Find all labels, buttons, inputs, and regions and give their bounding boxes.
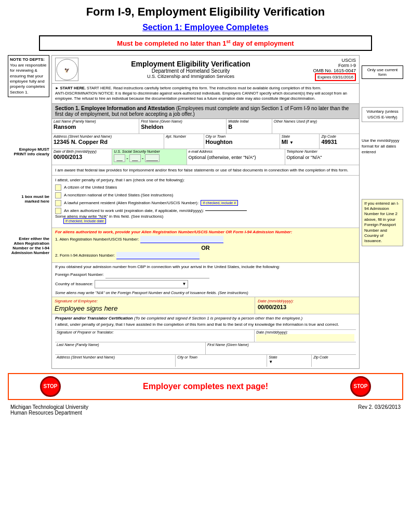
country-row: Country of Issuance: ▼ (55, 280, 356, 288)
form-number: Form I-9 (299, 63, 356, 68)
must-complete-text: Must be completed no later than 1 (117, 39, 226, 47)
apt-label: Apt. Number (166, 135, 202, 138)
dob-ssn-row: Date of Birth (mm/dd/yyyy) 00/00/2013 U.… (52, 149, 359, 165)
attestation-text: I am aware that federal law provides for… (52, 165, 359, 176)
sig-employee-field: Signature of Employee: Employee signs he… (52, 297, 255, 314)
alien-reg-section: For aliens authorized to work, provide y… (52, 228, 359, 263)
left-annotations: NOTE TO DEPTS: You are responsible for r… (8, 55, 49, 369)
checkbox-lpr[interactable] (55, 200, 61, 206)
prep-address-value[interactable] (57, 359, 174, 366)
phone-label: Telephone Number (287, 150, 357, 153)
phone-field: Telephone Number Optional or "N/A" (285, 149, 359, 165)
right-annotations: Only use current form Voluntary (unless … (362, 55, 403, 369)
phone-value: Optional or "N/A" (287, 153, 357, 160)
prep-state-field: State ▼ (267, 355, 312, 367)
section1-header: Section 1. Employee Information and Atte… (52, 104, 359, 119)
email-label: e-mail Address (189, 150, 283, 153)
checkbox-citizen[interactable] (55, 184, 61, 191)
address-value: 12345 N. Copper Rd (54, 138, 162, 145)
uscis-logo: 🦅 (55, 58, 78, 81)
notice-text: ► START HERE. START HERE. Read instructi… (52, 84, 359, 103)
checkbox-row-1: A citizen of the United States (55, 184, 356, 191)
preparer-attest: I attest, under penalty of perjury, that… (55, 322, 356, 327)
prep-zip-label: Zip Code (313, 355, 354, 359)
svg-text:🦅: 🦅 (64, 68, 70, 73)
checkbox-lpr-label: A lawful permanent resident (Alien Regis… (64, 201, 198, 205)
ssn-field: U.S. Social Security Number __ - __ - __… (112, 149, 187, 165)
state-value: MI ▼ (282, 138, 318, 145)
city-label: City or Town (206, 135, 278, 138)
expiration-date-blank[interactable] (205, 210, 247, 211)
prep-last-name-value[interactable] (57, 347, 204, 354)
prep-state-value[interactable]: ▼ (269, 359, 310, 366)
must-complete-sup: st (227, 39, 231, 44)
passport-label: Foreign Passport Number: (55, 272, 104, 277)
state-label: State (282, 135, 318, 138)
checkbox-alien-auth[interactable] (55, 208, 61, 214)
country-select[interactable]: ▼ (95, 280, 188, 288)
must-complete-suffix: day of employment (231, 39, 294, 47)
prep-city-value[interactable] (177, 359, 265, 366)
content-area: NOTE TO DEPTS: You are responsible for r… (8, 55, 403, 369)
ssn-boxes: __ - __ - ____ (114, 154, 184, 162)
last-name-field: Last Name (Family Name) Ransom (52, 119, 139, 134)
checkbox-noncitizen[interactable] (55, 192, 61, 198)
ssn-box-2[interactable]: __ (129, 154, 141, 162)
form-agency: U.S. Citizenship and Immigration Service… (83, 74, 299, 79)
stop-icon-right: STOP (350, 376, 371, 397)
prep-last-name-label: Last Name (Family Name) (57, 343, 204, 347)
prep-last-name-field: Last Name (Family Name) (55, 342, 206, 354)
alien-reg-input[interactable] (140, 236, 223, 243)
note-to-depts-box: NOTE TO DEPTS: You are responsible for r… (8, 55, 49, 97)
form-header: 🦅 Employment Eligibility Verification De… (52, 56, 359, 84)
checkbox-citizen-label: A citizen of the United States (64, 185, 117, 190)
address-field: Address (Street Number and Name) 12345 N… (52, 134, 164, 149)
prep-zip-field: Zip Code (312, 355, 356, 367)
one-box-label: 1 box must be marked here (8, 194, 49, 204)
other-names-field: Other Names Used (if any) (272, 119, 359, 134)
passport-input[interactable] (105, 271, 209, 278)
for-aliens-text: For aliens authorized to work, provide y… (55, 230, 356, 234)
state-dropdown-icon[interactable]: ▼ (289, 140, 294, 145)
alien-reg-label: 1. Alien Registration Number/USCIS Numbe… (55, 237, 139, 242)
ssn-box-3[interactable]: ____ (145, 154, 160, 162)
middle-initial-field: Middle Initial B (227, 119, 272, 134)
prep-first-name-label: First Name (Given Name) (207, 343, 354, 347)
form-dept: Department of Homeland Security (83, 68, 299, 74)
must-complete-box: Must be completed no later than 1st day … (39, 35, 372, 51)
ssn-box-1[interactable]: __ (114, 154, 125, 162)
stop-icon-left: STOP (40, 376, 61, 397)
zip-value: 49931 (321, 138, 357, 145)
i94-label: 2. Form I-94 Admission Number: (55, 253, 115, 258)
prep-date-label: Date (mm/dd/yyyy): (256, 330, 354, 334)
prep-sig-field: Signature of Preparer or Translator: (55, 330, 255, 342)
zip-field: Zip Code 49931 (320, 134, 359, 149)
section1-title: Section 1. Employee Information and Atte… (55, 105, 175, 111)
passport-section: If you obtained your admission number fr… (52, 263, 359, 297)
prep-first-name-value[interactable] (207, 347, 354, 354)
ssn-label: U.S. Social Security Number (114, 150, 184, 153)
preparer-header: Preparer and/or Translator Certification… (55, 316, 356, 321)
prep-first-name-field: First Name (Given Name) (206, 342, 356, 354)
prep-date-value[interactable] (256, 334, 354, 341)
prep-city-label: City or Town (177, 355, 265, 359)
form-title: Employment Eligibility Verification (83, 60, 299, 68)
prep-address-field: Address (Street Number and Name) (55, 355, 176, 367)
bottom-bar: STOP Employer completes next page! STOP (8, 373, 403, 400)
only-use-box: Only use current form (362, 65, 403, 79)
prep-zip-value[interactable] (313, 359, 354, 366)
prep-state-dropdown[interactable]: ▼ (269, 360, 273, 364)
passport-row: Foreign Passport Number: (55, 271, 356, 278)
form-header-text: Employment Eligibility Verification Depa… (83, 60, 299, 79)
prep-sig-value[interactable] (57, 334, 253, 341)
use-mm-dd-yyyy-note: Use the mm/dd/yyyy format for all dates … (362, 138, 403, 155)
name-row: Last Name (Family Name) Ransom First Nam… (52, 119, 359, 134)
country-dropdown-icon: ▼ (182, 282, 186, 286)
state-field: State MI ▼ (280, 134, 320, 149)
attest-header: I attest, under penalty of perjury, that… (55, 178, 356, 182)
employee-must-print-label: Employe MUST PRINT info clearly (8, 147, 49, 156)
prep-addr-row: Address (Street Number and Name) City or… (55, 354, 356, 367)
omb-label: OMB No. 1615-0047 (299, 68, 356, 73)
i94-input[interactable] (116, 252, 200, 259)
main-title: Form I-9, Employment Eligibility Verific… (8, 5, 403, 19)
